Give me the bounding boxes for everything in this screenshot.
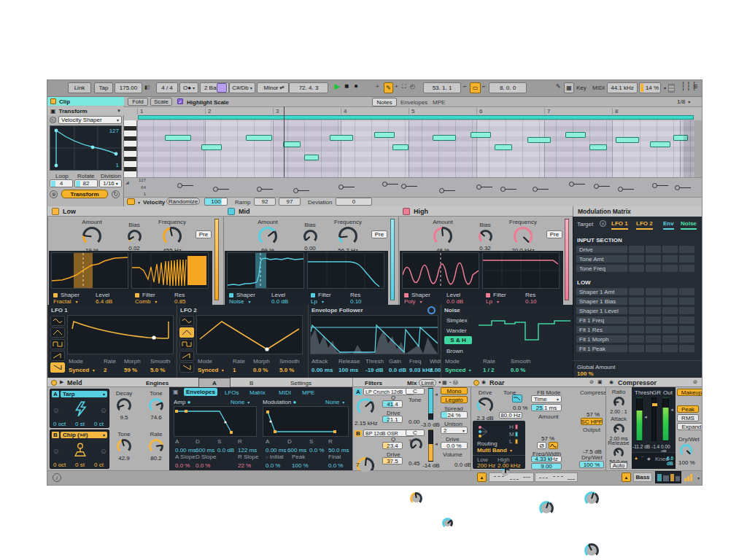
low-amount-knob[interactable]: Amount 19 % <box>73 219 111 254</box>
matrix-cell[interactable] <box>646 316 661 324</box>
rotate-field[interactable]: 82 <box>74 179 98 187</box>
track-name-chip[interactable]: Bass <box>633 472 652 482</box>
meld-drive-field[interactable]: 0.0 % <box>441 442 468 449</box>
mid-level-value[interactable]: 0.0 dB <box>271 298 288 305</box>
comp-drywet-knob[interactable] <box>680 444 692 456</box>
piano-roll-grid[interactable] <box>137 120 694 177</box>
lfo2-morph[interactable]: Morph0.0 % <box>253 358 270 373</box>
matrix-cell[interactable] <box>629 307 644 314</box>
matrix-cell[interactable] <box>679 265 694 272</box>
matrix-cell[interactable] <box>679 335 694 343</box>
matrix-cell[interactable] <box>679 307 694 314</box>
midi-note[interactable] <box>495 144 512 150</box>
capture-midi-icon[interactable]: + <box>395 83 398 90</box>
velocity-marker[interactable] <box>439 188 444 193</box>
mid-filter-display[interactable] <box>307 252 384 289</box>
matrix-cell[interactable] <box>679 345 694 352</box>
engine-b-tone-knob[interactable]: Tone 42.9 <box>111 431 137 462</box>
fold-button[interactable]: Fold <box>128 98 148 106</box>
matrix-cell[interactable] <box>679 255 694 262</box>
mod-r[interactable]: R50.0 ms <box>328 438 349 454</box>
mini-clip-strip-2[interactable] <box>535 472 578 482</box>
amp-d-slope[interactable]: D Slope0.0 % <box>196 454 216 469</box>
band-high-header[interactable]: High <box>398 206 573 217</box>
menu-icon[interactable]: ≡ <box>693 82 697 90</box>
amp-a[interactable]: A0.00 ms <box>175 438 196 454</box>
matrix-cell[interactable] <box>646 326 661 333</box>
velocity-marker[interactable] <box>382 182 387 187</box>
engine-a-ct[interactable]: 0 ct <box>94 421 104 427</box>
mid-filter-led[interactable] <box>311 293 315 298</box>
fb-amount-value[interactable]: 57 % <box>541 435 554 442</box>
matrix-col-lfo1[interactable]: LFO 1 <box>611 220 628 230</box>
follow-icon[interactable]: ⇥ <box>279 84 285 90</box>
amp-r-slope[interactable]: R Slope22 % <box>238 454 258 469</box>
filter-b-drive-field[interactable]: 37.5 <box>382 457 403 464</box>
device-chain-mini-view[interactable] <box>655 471 681 483</box>
out-handle[interactable]: ◄ <box>670 408 674 412</box>
lfo2-rate[interactable]: Rate1 <box>233 358 245 373</box>
lfo2-display[interactable] <box>196 315 303 354</box>
mod-initial[interactable]: ○ Initial0.0 % <box>266 454 284 469</box>
engine-a-chip[interactable]: A <box>52 391 59 397</box>
mod-env-display[interactable] <box>263 406 349 437</box>
tab-notes[interactable]: Notes <box>372 98 397 106</box>
arrangement-position[interactable]: 72. 4. 3 <box>289 82 328 93</box>
engine-b-oct[interactable]: 0 oct <box>53 462 66 468</box>
mini-clip-strip-1[interactable] <box>489 472 534 482</box>
roar-drywet-field[interactable]: 100 % <box>579 461 604 468</box>
high-shaper-display[interactable] <box>402 252 479 289</box>
matrix-row[interactable]: Flt 1 Freq <box>576 316 699 324</box>
matrix-cell[interactable] <box>662 288 678 295</box>
draw-mode-icon[interactable]: ✎ <box>556 83 561 90</box>
division-field[interactable]: 1/16▾ <box>99 179 122 187</box>
saw-down-wave-icon[interactable] <box>179 362 194 373</box>
velocity-marker[interactable] <box>338 184 344 190</box>
matrix-row[interactable]: Shaper 1 Amt <box>576 288 699 295</box>
band-low-header[interactable]: Low <box>47 206 223 217</box>
loop-start-field[interactable]: 53. 1. 1 <box>423 82 461 93</box>
envf-gain[interactable]: Gain0.0 dB <box>389 358 406 373</box>
lfo1-wave-selector[interactable] <box>50 316 65 374</box>
fb-time-field[interactable]: 25.1 ms <box>531 404 562 411</box>
knee-value[interactable]: 6.0 dB <box>667 456 676 466</box>
sc-hpf-button[interactable]: SC HPF <box>581 418 603 425</box>
sine-wave-icon[interactable] <box>50 316 65 326</box>
velocity-grid[interactable] <box>149 177 694 197</box>
matrix-cell[interactable] <box>662 345 678 352</box>
tab-envelopes[interactable]: Envelopes <box>400 99 427 106</box>
legato-button[interactable]: Legato <box>441 396 468 403</box>
matrix-low-rows[interactable]: Shaper 1 AmtShaper 1 BiasShaper 1 LevelF… <box>576 288 699 354</box>
mix-b-vol-value[interactable]: -14 dB <box>422 462 440 469</box>
matrix-cell[interactable] <box>629 265 644 272</box>
thresh-value[interactable]: -11.2 dB <box>632 444 650 449</box>
high-filter-led[interactable] <box>486 293 490 298</box>
mix-b-vol-handle[interactable]: ◄ <box>434 442 438 446</box>
metronome-icon[interactable]: ▮▯ <box>144 85 150 90</box>
fb-invert-button[interactable]: Ø <box>537 442 546 449</box>
lfo1-mode[interactable]: ModeSynced ▾ <box>69 358 95 373</box>
midi-note[interactable] <box>433 135 456 141</box>
saw-down-wave-icon[interactable] <box>50 362 65 373</box>
unison-field[interactable]: 2▾ <box>441 427 468 434</box>
cpu-caret-icon[interactable]: ▾ <box>664 85 666 90</box>
matrix-cell[interactable] <box>629 288 644 295</box>
low-shaper-type[interactable]: Fractal▾ <box>53 298 77 305</box>
midi-note[interactable] <box>471 132 491 138</box>
release-knob[interactable]: Release 50.0 ms <box>607 440 630 464</box>
high-level-value[interactable]: 0.0 dB <box>446 298 463 305</box>
matrix-cell[interactable] <box>662 326 678 333</box>
expand-button[interactable]: Expand <box>677 423 702 430</box>
key-map-label[interactable]: Key <box>576 85 587 91</box>
highlight-scale-checkbox[interactable]: ✓ <box>177 98 183 104</box>
midi-note[interactable] <box>165 135 191 141</box>
lane-chooser-chip[interactable] <box>127 198 135 205</box>
lfo2-wave-selector[interactable] <box>179 316 194 374</box>
amp-r[interactable]: R122 ms <box>238 438 257 454</box>
roar-output-knob[interactable] <box>584 543 599 558</box>
mid-res-value[interactable]: 0.10 <box>350 298 362 305</box>
midi-map-label[interactable]: MIDI <box>592 85 605 91</box>
matrix-col-env[interactable]: Env <box>663 220 674 230</box>
roar-tone-filter-icon[interactable] <box>512 394 522 402</box>
re-enable-automation-icon[interactable]: ◴ <box>410 83 415 90</box>
